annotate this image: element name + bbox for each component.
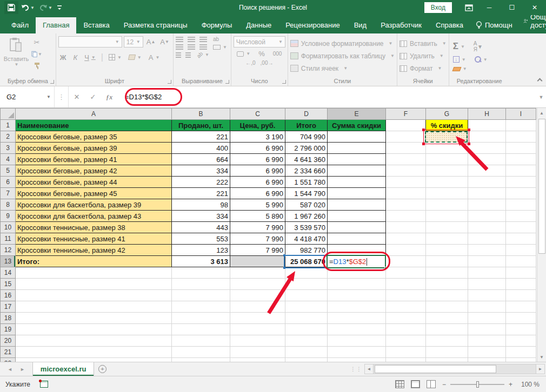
row-header-11[interactable]: 11 <box>1 233 16 245</box>
confirm-entry-button[interactable]: ✓ <box>85 93 101 101</box>
minimize-button[interactable]: ─ <box>478 0 501 15</box>
cell[interactable]: 6 990 <box>230 143 285 154</box>
redo-button[interactable]: ▼ <box>37 2 54 13</box>
paste-button[interactable]: Вставить ▼ <box>2 35 30 67</box>
cell[interactable] <box>506 131 536 143</box>
cell[interactable] <box>16 358 172 362</box>
close-button[interactable]: ✕ <box>523 0 546 15</box>
cell[interactable] <box>230 290 285 301</box>
column-header-H[interactable]: H <box>468 109 506 120</box>
delete-cells-button[interactable]: Удалить▼ <box>399 50 444 62</box>
cell[interactable] <box>506 313 536 324</box>
cell[interactable] <box>285 324 328 335</box>
cell[interactable] <box>426 347 468 358</box>
conditional-formatting-button[interactable]: Условное форматирование▼ <box>290 38 393 49</box>
format-painter-button[interactable] <box>31 61 42 71</box>
tab-developer[interactable]: Разработчик <box>374 17 429 33</box>
cell[interactable] <box>172 347 230 358</box>
column-header-I[interactable]: I <box>506 109 536 120</box>
row-header-2[interactable]: 2 <box>1 131 16 143</box>
cell[interactable] <box>285 290 328 301</box>
row-header-18[interactable]: 18 <box>1 313 16 324</box>
row-header-10[interactable]: 10 <box>1 222 16 233</box>
column-header-D[interactable]: D <box>285 109 328 120</box>
product-name-cell[interactable]: Кроссовки беговые, размер 39 <box>16 143 172 154</box>
cell[interactable] <box>230 301 285 313</box>
cell[interactable] <box>328 279 386 290</box>
cell[interactable] <box>285 301 328 313</box>
cell[interactable] <box>506 120 536 131</box>
cell[interactable] <box>328 143 386 154</box>
cell[interactable] <box>468 222 506 233</box>
clear-button[interactable]: ▼ <box>451 66 469 71</box>
cell[interactable] <box>386 233 426 245</box>
totals-label-cell[interactable]: Итого: <box>16 256 172 267</box>
tab-home[interactable]: Главная <box>36 17 76 33</box>
new-sheet-button[interactable]: + <box>94 362 110 376</box>
cell[interactable] <box>506 290 536 301</box>
column-header-E[interactable]: E <box>328 109 386 120</box>
tab-review[interactable]: Рецензирование <box>278 17 347 33</box>
cell[interactable] <box>506 177 536 188</box>
fill-button[interactable]: ↓▼ <box>451 56 468 63</box>
undo-button[interactable]: ▼ <box>19 2 36 13</box>
column-header-G[interactable]: G <box>426 109 468 120</box>
cell[interactable] <box>506 211 536 222</box>
cell[interactable] <box>328 324 386 335</box>
cell[interactable]: 7 990 <box>230 222 285 233</box>
bold-button[interactable]: Ж <box>58 53 68 62</box>
cell[interactable]: 6 990 <box>230 188 285 199</box>
zoom-slider[interactable] <box>450 384 504 385</box>
cell[interactable] <box>285 347 328 358</box>
cell[interactable]: 1 967 260 <box>285 211 328 222</box>
column-header-C[interactable]: C <box>230 109 285 120</box>
zoom-in-button[interactable]: + <box>509 381 512 388</box>
cell[interactable] <box>328 222 386 233</box>
scroll-left-icon[interactable]: ◄ <box>364 364 374 374</box>
cell[interactable] <box>386 279 426 290</box>
cell[interactable] <box>230 358 285 362</box>
align-bottom-icon[interactable] <box>199 37 207 42</box>
cell[interactable] <box>468 358 506 362</box>
cell[interactable] <box>328 177 386 188</box>
cell[interactable]: 98 <box>172 199 230 211</box>
row-header-22[interactable]: 22 <box>1 358 16 362</box>
percent-style-button[interactable]: % <box>257 50 267 58</box>
cell[interactable] <box>506 256 536 267</box>
save-button[interactable] <box>4 1 18 14</box>
cell[interactable] <box>468 177 506 188</box>
cell[interactable] <box>230 324 285 335</box>
cell[interactable] <box>426 154 468 165</box>
cell[interactable] <box>468 313 506 324</box>
splitter-handle[interactable]: ⋮⋮ <box>350 366 362 372</box>
cell[interactable] <box>386 267 426 279</box>
cell[interactable] <box>506 245 536 256</box>
cell[interactable] <box>426 188 468 199</box>
cell[interactable] <box>506 233 536 245</box>
cell[interactable] <box>506 347 536 358</box>
autosum-button[interactable]: Σ▼ <box>451 41 467 52</box>
cell[interactable] <box>285 313 328 324</box>
scroll-right-icon[interactable]: ► <box>536 364 545 374</box>
cell[interactable] <box>386 188 426 199</box>
cell[interactable] <box>426 290 468 301</box>
name-box[interactable]: G2 ▼ <box>0 86 54 107</box>
maximize-button[interactable]: ☐ <box>501 0 523 15</box>
cancel-entry-button[interactable]: ✕ <box>69 93 85 101</box>
product-name-cell[interactable]: Кроссовки беговые, размер 44 <box>16 177 172 188</box>
zoom-level[interactable]: 100 % <box>519 381 540 388</box>
column-header-F[interactable]: F <box>386 109 426 120</box>
row-header-17[interactable]: 17 <box>1 301 16 313</box>
cell[interactable]: 5 990 <box>230 199 285 211</box>
cell[interactable]: 664 <box>172 154 230 165</box>
cell[interactable]: 400 <box>172 143 230 154</box>
cell[interactable]: 334 <box>172 211 230 222</box>
number-format-select[interactable]: Числовой▼ <box>234 36 285 48</box>
cell[interactable] <box>172 358 230 362</box>
row-header-21[interactable]: 21 <box>1 347 16 358</box>
cell[interactable] <box>468 256 506 267</box>
cell[interactable]: 6 990 <box>230 154 285 165</box>
cell[interactable] <box>386 245 426 256</box>
product-name-cell[interactable]: Кроссовки беговые, размер 41 <box>16 154 172 165</box>
cell[interactable] <box>506 199 536 211</box>
